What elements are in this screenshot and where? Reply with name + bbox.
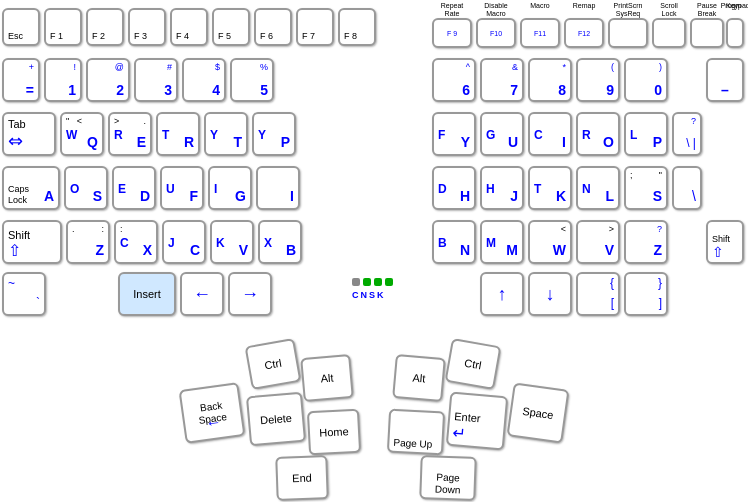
key-y[interactable]: Y F [432, 112, 476, 156]
f11-label-top: Macro [520, 2, 560, 10]
key-arrow-left[interactable]: ← [180, 272, 224, 316]
key-printscr[interactable] [608, 18, 648, 48]
key-n[interactable]: N B [432, 220, 476, 264]
key-arrow-up[interactable]: ↑ [480, 272, 524, 316]
key-f11[interactable]: F11 [520, 18, 560, 48]
key-arrow-right[interactable]: → [228, 272, 272, 316]
dot-3 [374, 278, 382, 286]
key-z[interactable]: : Z . [66, 220, 110, 264]
key-f4[interactable]: F 4 [170, 8, 208, 46]
key-e[interactable]: . > E R [108, 112, 152, 156]
dot-1 [352, 278, 360, 286]
key-b[interactable]: B X [258, 220, 302, 264]
key-esc[interactable]: Esc [2, 8, 40, 46]
key-p[interactable]: P Y [252, 112, 296, 156]
key-m[interactable]: M M [480, 220, 524, 264]
key-u[interactable]: U G [480, 112, 524, 156]
key-f6[interactable]: F 6 [254, 8, 292, 46]
key-f9[interactable]: F 9 [432, 18, 472, 48]
printscr-label-top: PrintScrn SysReq [608, 2, 648, 17]
cnsk-label: C N S K [352, 290, 384, 300]
key-9[interactable]: ( 9 [576, 58, 620, 102]
key-h[interactable]: H D [432, 166, 476, 210]
key-alt-right[interactable]: Alt [392, 354, 446, 402]
key-shift-right[interactable]: Shift ⇧ [706, 220, 744, 264]
key-plus-equals[interactable]: + = [2, 58, 40, 102]
f10-label-top: Disable Macro [476, 2, 516, 17]
key-3[interactable]: # 3 [134, 58, 178, 102]
key-backslash2[interactable]: \ [672, 166, 702, 210]
dot-2 [363, 278, 371, 286]
scrolllock-label-top: Scroll Lock [652, 2, 686, 17]
key-backslash[interactable]: ? \ | [672, 112, 702, 156]
key-0[interactable]: ) 0 [624, 58, 668, 102]
key-scrolllock[interactable] [652, 18, 686, 48]
key-7[interactable]: & 7 [480, 58, 524, 102]
key-p-right[interactable]: P L [624, 112, 668, 156]
key-tilde[interactable]: ~ ` [2, 272, 46, 316]
key-5[interactable]: % 5 [230, 58, 274, 102]
key-x[interactable]: : X C [114, 220, 158, 264]
key-4[interactable]: $ 4 [182, 58, 226, 102]
key-f[interactable]: F U [160, 166, 204, 210]
key-f1[interactable]: F 1 [44, 8, 82, 46]
key-f8[interactable]: F 8 [338, 8, 376, 46]
dot-4 [385, 278, 393, 286]
key-s[interactable]: S O [64, 166, 108, 210]
key-8[interactable]: * 8 [528, 58, 572, 102]
key-delete[interactable]: Delete [246, 392, 306, 447]
key-bracket-right[interactable]: } ] [624, 272, 668, 316]
key-comma[interactable]: < W [528, 220, 572, 264]
key-r[interactable]: R T [156, 112, 200, 156]
key-pagedown[interactable]: Page Down [419, 455, 477, 501]
key-1[interactable]: ! 1 [44, 58, 82, 102]
key-q[interactable]: " < Q W [60, 112, 104, 156]
key-minus[interactable]: – [706, 58, 744, 102]
key-pause[interactable] [690, 18, 724, 48]
key-k[interactable]: K T [528, 166, 572, 210]
key-ctrl-right[interactable]: Ctrl [445, 338, 502, 390]
key-j[interactable]: J H [480, 166, 524, 210]
f12-label-top: Remap [564, 2, 604, 10]
key-i[interactable]: I C [528, 112, 572, 156]
key-enter[interactable]: Enter ↵ [446, 392, 508, 451]
key-g[interactable]: G I [208, 166, 252, 210]
key-v[interactable]: V K [210, 220, 254, 264]
key-pageup[interactable]: Page Up [387, 409, 445, 456]
key-insert[interactable]: Insert [118, 272, 176, 316]
key-bracket-left[interactable]: { [ [576, 272, 620, 316]
key-caps[interactable]: CapsLock A [2, 166, 60, 210]
key-ctrl-left[interactable]: Ctrl [245, 338, 302, 390]
key-home[interactable]: Home [307, 409, 361, 456]
indicator-dots [352, 278, 393, 286]
key-f10[interactable]: F10 [476, 18, 516, 48]
keyboard-layout: Esc F 1 F 2 F 3 F 4 F 5 F 6 F 7 F 8 Repe… [0, 0, 748, 502]
key-f12[interactable]: F12 [564, 18, 604, 48]
key-backspace[interactable]: BackSpace ← [179, 382, 246, 444]
key-f2[interactable]: F 2 [86, 8, 124, 46]
key-t[interactable]: T Y [204, 112, 248, 156]
key-f7[interactable]: F 7 [296, 8, 334, 46]
key-space[interactable]: Space [507, 382, 570, 443]
f9-label-top: Repeat Rate [432, 2, 472, 17]
key-shift-left[interactable]: Shift ⇧ [2, 220, 62, 264]
key-d[interactable]: D E [112, 166, 156, 210]
key-keypad[interactable] [726, 18, 744, 48]
key-slash[interactable]: ? Z [624, 220, 668, 264]
key-end[interactable]: End [275, 455, 329, 501]
key-f5[interactable]: F 5 [212, 8, 250, 46]
key-2[interactable]: @ 2 [86, 58, 130, 102]
key-o[interactable]: O R [576, 112, 620, 156]
key-f3[interactable]: F 3 [128, 8, 166, 46]
key-period[interactable]: > V [576, 220, 620, 264]
key-i2[interactable]: I [256, 166, 300, 210]
progm-label-top: Progm [712, 2, 748, 10]
key-alt-left[interactable]: Alt [300, 354, 354, 402]
key-arrow-down[interactable]: ↓ [528, 272, 572, 316]
key-c[interactable]: C J [162, 220, 206, 264]
key-semicolon[interactable]: " ; S [624, 166, 668, 210]
key-tab[interactable]: Tab ⇔ [2, 112, 56, 156]
key-6[interactable]: ^ 6 [432, 58, 476, 102]
key-l[interactable]: L N [576, 166, 620, 210]
